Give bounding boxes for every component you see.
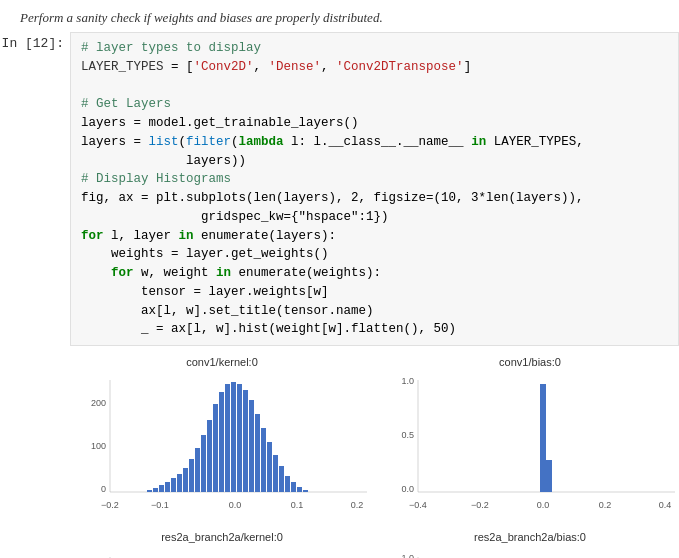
svg-rect-7: [189, 459, 194, 492]
svg-rect-10: [207, 420, 212, 492]
svg-rect-28: [546, 460, 552, 492]
xtick-1-0: −0.2: [101, 500, 119, 510]
xtick-2-3: 0.2: [599, 500, 612, 510]
svg-rect-19: [261, 428, 266, 492]
charts-grid: conv1/kernel:0 0 100 200 −0.2 −0.1 0.0 0…: [70, 354, 679, 558]
chart-svg-3: 0 500 1000 1500 −0.6 −0.4 −0.2 0.0 0.2: [72, 545, 372, 558]
ytick-4-2: 1.0: [401, 553, 414, 558]
var-layer-types: LAYER_TYPES: [81, 60, 164, 74]
chart-svg-1: 0 100 200 −0.2 −0.1 0.0 0.1 0.2: [72, 370, 372, 525]
code-layers-2: layers =: [81, 135, 149, 149]
svg-rect-3: [165, 482, 170, 492]
svg-rect-16: [243, 390, 248, 492]
notebook: Perform a sanity check if weights and bi…: [0, 0, 679, 558]
chart-title-4: res2a_branch2a/bias:0: [380, 531, 679, 543]
svg-rect-11: [213, 404, 218, 492]
keyword-in-2: in: [216, 266, 231, 280]
svg-rect-4: [171, 478, 176, 492]
svg-rect-15: [237, 384, 242, 492]
builtin-filter: filter: [186, 135, 231, 149]
keyword-for-1: for: [81, 229, 104, 243]
svg-rect-27: [540, 384, 546, 492]
svg-rect-12: [219, 392, 224, 492]
keyword-lambda: lambda: [239, 135, 284, 149]
svg-rect-23: [285, 476, 290, 492]
svg-rect-0: [147, 490, 152, 492]
chart-conv1-bias: conv1/bias:0 0.0 0.5 1.0 −0.4 −0.2 0.0 0…: [378, 354, 679, 527]
svg-rect-9: [201, 435, 206, 492]
comment-2: # Get Layers: [81, 97, 171, 111]
svg-rect-8: [195, 448, 200, 492]
ytick-2-1: 0.5: [401, 430, 414, 440]
xtick-1-1: −0.1: [151, 500, 169, 510]
ytick-1-0: 0: [101, 484, 106, 494]
ytick-2-2: 1.0: [401, 376, 414, 386]
chart-svg-4: 0.0 0.5 1.0 −0.4 −0.2 0.0 0.2 0.4: [380, 545, 679, 558]
svg-rect-6: [183, 468, 188, 492]
svg-rect-24: [291, 482, 296, 492]
chart-conv1-kernel: conv1/kernel:0 0 100 200 −0.2 −0.1 0.0 0…: [70, 354, 374, 527]
svg-rect-20: [267, 442, 272, 492]
keyword-for-2: for: [111, 266, 134, 280]
chart-res2a-kernel: res2a_branch2a/kernel:0 0 500 1000 1500 …: [70, 529, 374, 558]
instruction-text: Perform a sanity check if weights and bi…: [0, 0, 679, 32]
svg-rect-26: [303, 490, 308, 492]
xtick-2-1: −0.2: [471, 500, 489, 510]
histogram-bars-2: [540, 384, 552, 492]
xtick-1-4: 0.2: [351, 500, 364, 510]
xtick-1-3: 0.1: [291, 500, 304, 510]
comment-3: # Display Histograms: [81, 172, 231, 186]
code-layers-1: layers = model.get_trainable_layers(): [81, 116, 359, 130]
chart-res2a-bias: res2a_branch2a/bias:0 0.0 0.5 1.0 −0.4 −…: [378, 529, 679, 558]
keyword-in-1: in: [179, 229, 194, 243]
cell-label: In [12]:: [0, 32, 70, 346]
code-fig: fig, ax = plt.subplots(len(layers), 2, f…: [81, 191, 584, 224]
str-dense: 'Dense': [269, 60, 322, 74]
svg-rect-17: [249, 400, 254, 492]
svg-rect-22: [279, 466, 284, 492]
ytick-1-1: 100: [91, 441, 106, 451]
svg-rect-18: [255, 414, 260, 492]
histogram-bars-1: [147, 382, 308, 492]
builtin-list: list: [149, 135, 179, 149]
svg-rect-1: [153, 488, 158, 492]
chart-svg-2: 0.0 0.5 1.0 −0.4 −0.2 0.0 0.2 0.4: [380, 370, 679, 525]
chart-title-1: conv1/kernel:0: [72, 356, 372, 368]
chart-title-2: conv1/bias:0: [380, 356, 679, 368]
cell-code[interactable]: # layer types to display LAYER_TYPES = […: [70, 32, 679, 346]
xtick-2-2: 0.0: [537, 500, 550, 510]
xtick-2-0: −0.4: [409, 500, 427, 510]
xtick-2-4: 0.4: [659, 500, 672, 510]
comment-1: # layer types to display: [81, 41, 261, 55]
str-conv2dtranspose: 'Conv2DTranspose': [336, 60, 464, 74]
chart-title-3: res2a_branch2a/kernel:0: [72, 531, 372, 543]
keyword-in: in: [471, 135, 486, 149]
svg-rect-25: [297, 487, 302, 492]
output-area: conv1/kernel:0 0 100 200 −0.2 −0.1 0.0 0…: [70, 350, 679, 558]
code-cell: In [12]: # layer types to display LAYER_…: [0, 32, 679, 346]
svg-rect-2: [159, 485, 164, 492]
str-conv2d: 'Conv2D': [194, 60, 254, 74]
ytick-2-0: 0.0: [401, 484, 414, 494]
svg-rect-14: [231, 382, 236, 492]
xtick-1-2: 0.0: [229, 500, 242, 510]
ytick-1-2: 200: [91, 398, 106, 408]
svg-rect-21: [273, 455, 278, 492]
svg-rect-5: [177, 474, 182, 492]
svg-rect-13: [225, 384, 230, 492]
